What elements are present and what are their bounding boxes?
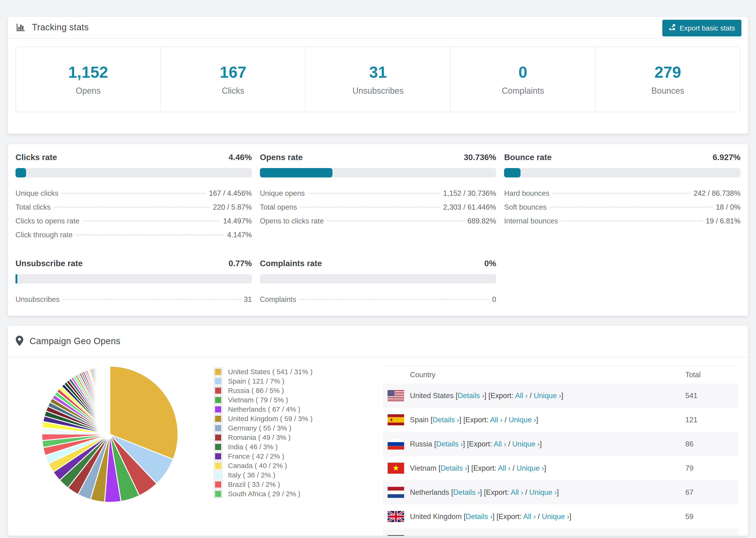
legend-item[interactable]: Spain ( 121 / 7% ) [214,377,355,386]
rate-title: Clicks rate [16,153,57,162]
legend-label: India ( 46 / 3% ) [228,443,278,451]
legend-label: Italy ( 36 / 2% ) [228,471,275,479]
export-basic-stats-button[interactable]: Export basic stats [662,20,741,36]
rate-detail-row: Internal bounces19 / 6.81% [504,214,740,228]
rate-row-label: Click through rate [16,228,73,242]
legend-swatch [214,414,222,423]
country-cell: Russia [Details ›] [Export: All › / Uniq… [404,440,685,448]
details-link[interactable]: Details › [436,440,463,448]
total-value: 59 [685,512,738,521]
legend-swatch [214,480,222,489]
stat-label: Opens [76,86,101,96]
export-all-link[interactable]: All › [490,416,503,424]
progress-bar-fill [504,168,520,178]
rate-title: Complaints rate [260,259,322,268]
rate-row-label: Unsubscribes [16,293,60,306]
details-link[interactable]: Details › [453,488,480,497]
rate-row-value: 31 [244,293,252,306]
country-name: Netherlands [410,488,449,497]
details-link[interactable]: Details › [433,416,459,424]
rate-row-value: 1,152 / 30.736% [443,187,496,200]
dotted-leader [76,235,224,235]
country-name: Russia [410,440,432,448]
rate-row-value: 242 / 86.738% [693,187,740,200]
legend-item[interactable]: France ( 42 / 2% ) [214,452,355,461]
stat-value: 279 [655,63,681,81]
legend-swatch [214,386,222,395]
rate-row-value: 18 / 0% [716,200,740,214]
export-all-link[interactable]: All › [523,512,536,521]
rate-detail-row: Click through rate4.147% [16,228,252,242]
legend-label: Spain ( 121 / 7% ) [228,377,284,385]
legend-item[interactable]: United States ( 541 / 31% ) [214,367,355,377]
legend-item[interactable]: Vietnam ( 79 / 5% ) [214,395,355,405]
legend-item[interactable]: United Kingdom ( 59 / 3% ) [214,414,355,423]
stat-box-bounces: 279Bounces [596,47,740,112]
legend-item[interactable]: Romania ( 49 / 3% ) [214,433,355,442]
rate-row-label: Hard bounces [504,187,549,200]
export-unique-link[interactable]: Unique › [512,440,540,448]
legend-item[interactable]: Germany ( 55 / 3% ) [214,423,355,433]
legend-swatch [214,424,222,432]
table-row-gb: United Kingdom [Details ›] [Export: All … [383,505,738,529]
legend-item[interactable]: Netherlands ( 67 / 4% ) [214,405,355,414]
rate-row-value: 220 / 5.87% [213,200,252,214]
pie-slice-other[interactable] [110,366,110,434]
rate-bounce-rate: Bounce rate6.927%Hard bounces242 / 86.73… [504,153,740,242]
stat-value: 1,152 [68,63,108,81]
rate-row-value: 4.147% [227,228,252,242]
rate-title: Bounce rate [504,153,552,162]
rate-value: 6.927% [713,153,740,162]
rate-detail-row: Soft bounces18 / 0% [504,200,740,214]
rates-grid: Clicks rate4.46%Unique clicks167 / 4.456… [16,153,740,306]
legend-item[interactable]: Canada ( 40 / 2% ) [214,461,355,470]
rate-detail-row: Total opens2,303 / 61.446% [260,200,496,214]
stat-value: 0 [518,63,527,81]
table-row-us: United States [Details ›] [Export: All ›… [383,384,738,408]
rate-clicks-rate: Clicks rate4.46%Unique clicks167 / 4.456… [16,153,252,242]
legend-item[interactable]: India ( 46 / 3% ) [214,442,355,452]
export-all-link[interactable]: All › [494,440,506,448]
rate-detail-row: Hard bounces242 / 86.738% [504,187,740,200]
legend-swatch [214,368,222,376]
details-link[interactable]: Details › [458,392,484,400]
legend-swatch [214,433,222,442]
export-unique-link[interactable]: Unique › [516,464,544,472]
stat-label: Clicks [222,86,244,96]
legend-label: United Kingdom ( 59 / 3% ) [228,415,312,423]
country-name: Spain [410,416,428,424]
legend-item[interactable]: South Africa ( 29 / 2% ) [214,489,355,499]
legend-swatch [214,452,222,460]
stat-box-complaints: 0Complaints [451,47,596,112]
country-cell: Netherlands [Details ›] [Export: All › /… [404,488,685,497]
export-all-link[interactable]: All › [511,488,523,497]
details-link[interactable]: Details › [441,464,467,472]
rate-row-label: Opens to clicks rate [260,214,324,228]
export-unique-link[interactable]: Unique › [509,416,536,424]
column-header-country: Country [383,371,685,379]
export-unique-link[interactable]: Unique › [542,512,569,521]
dotted-leader [553,193,690,194]
progress-bar [16,168,252,178]
legend-swatch [214,396,222,404]
geo-table: Country Total United States [Details ›] … [383,366,738,536]
dotted-leader [300,207,440,207]
dotted-leader [308,193,440,194]
map-marker-icon [16,336,24,347]
total-value: 67 [685,488,738,497]
flag-icon-gb [388,511,404,522]
details-link[interactable]: Details › [466,512,493,521]
legend-item[interactable]: Russia ( 86 / 5% ) [214,386,355,395]
table-row-ru: Russia [Details ›] [Export: All › / Uniq… [383,432,738,456]
progress-bar-fill [16,168,26,178]
legend-item[interactable]: Brazil ( 33 / 2% ) [214,480,355,489]
legend-item[interactable]: Italy ( 36 / 2% ) [214,470,355,480]
export-all-link[interactable]: All › [515,392,527,400]
rate-detail-row: Total clicks220 / 5.87% [16,200,252,214]
export-all-link[interactable]: All › [498,464,511,472]
export-unique-link[interactable]: Unique › [534,392,561,400]
legend-label: Romania ( 49 / 3% ) [228,434,291,442]
country-cell: United Kingdom [Details ›] [Export: All … [404,512,685,521]
export-unique-link[interactable]: Unique › [529,488,557,497]
export-icon [669,24,676,32]
